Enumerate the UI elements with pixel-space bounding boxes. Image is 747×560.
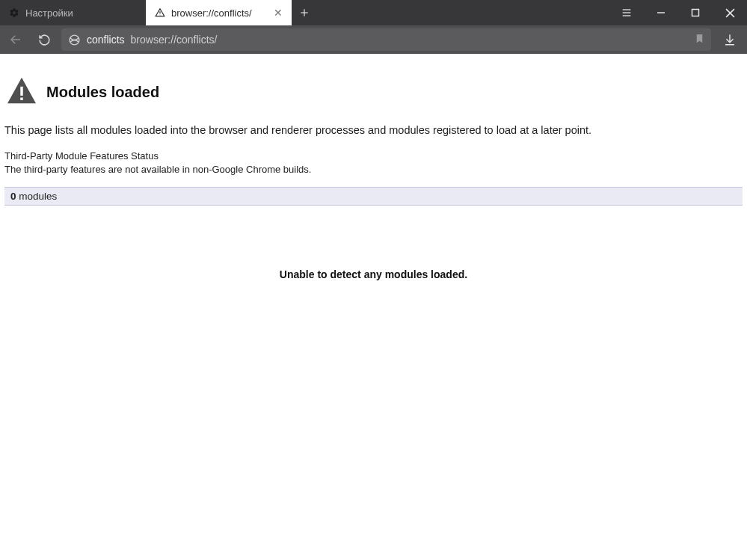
svg-rect-16 [20,98,22,100]
third-party-text: The third-party features are not availab… [4,163,743,176]
svg-rect-15 [20,87,22,96]
modules-count: 0 [10,191,16,202]
address-url: browser://conflicts/ [131,34,218,46]
close-icon[interactable]: ✕ [274,7,283,18]
page-title: Modules loaded [46,84,159,101]
new-tab-button[interactable] [292,0,317,25]
page-header: Modules loaded [4,63,743,121]
third-party-title: Third-Party Module Features Status [4,150,743,163]
address-page-name: conflicts [87,34,125,46]
svg-rect-8 [692,10,699,16]
minimize-button[interactable] [644,0,678,25]
downloads-button[interactable] [717,28,743,51]
close-window-button[interactable] [713,0,747,25]
menu-button[interactable] [609,0,644,25]
third-party-status: Third-Party Module Features Status The t… [4,150,743,187]
modules-count-bar: 0 modules [4,187,743,206]
svg-point-1 [160,14,161,15]
page-content: Modules loaded This page lists all modul… [0,54,747,285]
warning-icon [155,7,165,18]
site-info-icon[interactable] [67,33,81,46]
tab-strip-spacer [317,0,609,25]
tab-label: Настройки [25,7,73,19]
address-bar[interactable]: conflicts browser://conflicts/ [61,28,711,51]
bookmark-icon[interactable] [694,33,705,47]
gear-icon [9,7,19,18]
tab-label: browser://conflicts/ [171,7,252,19]
back-button[interactable] [4,28,27,51]
tab-settings[interactable]: Настройки [0,0,146,25]
page-description: This page lists all modules loaded into … [4,121,743,150]
no-modules-message: Unable to detect any modules loaded. [4,206,743,280]
tab-strip: Настройки browser://conflicts/ ✕ [0,0,747,25]
window-controls [609,0,747,25]
warning-icon [6,76,37,108]
reload-button[interactable] [33,28,55,51]
maximize-button[interactable] [678,0,713,25]
toolbar: conflicts browser://conflicts/ [0,25,747,54]
tab-conflicts[interactable]: browser://conflicts/ ✕ [146,0,292,25]
modules-label: modules [16,191,58,202]
